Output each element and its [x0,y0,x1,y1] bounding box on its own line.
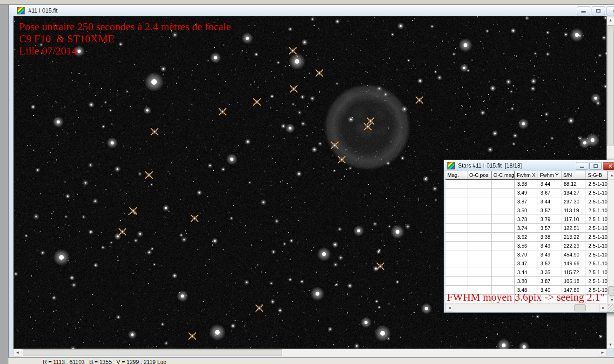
table-vertical-scroll-thumb[interactable] [608,286,614,296]
scroll-up-button[interactable]: ▲ [607,16,614,24]
table-cell-fwhm_x: 3.38 [515,180,538,189]
table-cell-fwhm_x: 3.50 [515,206,538,215]
table-cell-oc_mag [492,180,515,189]
table-cell-fwhm_y: 3.52 [538,259,561,268]
column-header-sgb[interactable]: S-G-B [586,171,608,180]
stars-minimize-button[interactable] [576,162,588,170]
table-cell-fwhm_x: 3.49 [515,189,538,197]
column-header-oc-pos[interactable]: O-C pos [467,171,492,180]
table-scroll-up-button[interactable]: ▲ [608,171,614,180]
table-cell-oc_mag [492,268,515,277]
table-cell-sn: 88.12 [561,180,586,189]
table-cell-oc_mag [492,197,515,206]
table-cell-fwhm_x: 3.74 [515,224,538,233]
star-marker [290,85,298,93]
stars-close-button[interactable]: ✕ [603,162,614,170]
table-cell-oc_pos [467,224,492,233]
table-cell-fwhm_x: 3.78 [515,215,538,224]
table-cell-mag [445,250,467,259]
fwhm-summary-text: FWHM moyen 3.6pix -> seeing 2.1" [447,291,605,303]
scroll-right-button[interactable]: ► [599,349,607,357]
table-cell-sgb: 2.5-1-10 [586,180,608,189]
star-marker [315,69,324,77]
table-cell-mag [445,215,467,224]
table-cell-sn: 237.30 [561,197,586,206]
horizontal-scroll-thumb[interactable] [23,349,282,356]
table-cell-mag [445,268,467,277]
table-cell-fwhm_y: 3.49 [538,242,561,250]
stars-window: Stars #11 I-015.fit [18/18] ✕ Mag. O-C p… [444,160,614,313]
table-cell-mag [445,180,467,189]
table-cell-fwhm_y: 3.79 [538,215,561,224]
stars-window-icon [447,162,455,169]
table-scroll-left-button[interactable]: ◄ [445,304,453,312]
table-cell-oc_pos [467,277,492,286]
table-cell-oc_pos [467,259,492,268]
table-cell-mag [445,277,467,286]
app-toolbar-strip [0,0,614,5]
scroll-left-button[interactable]: ◄ [13,349,21,357]
minimize-button[interactable] [577,7,590,15]
close-button[interactable]: ✕ [607,7,614,15]
table-cell-sn: 222.29 [561,242,586,250]
table-horizontal-scroll-thumb[interactable] [574,304,586,311]
table-cell-fwhm_y: 3.35 [538,268,561,277]
table-cell-mag [445,233,467,242]
table-cell-sgb: 2.5-1-10 [586,189,608,197]
table-cell-sgb: 2.5-1-10 [586,277,608,286]
table-cell-sn: 113.19 [561,206,586,215]
table-scroll-down-button[interactable]: ▼ [608,296,614,304]
table-cell-fwhm_y: 3.87 [538,277,561,286]
stars-window-titlebar[interactable]: Stars #11 I-015.fit [18/18] ✕ [444,160,614,171]
table-cell-fwhm_y: 3.49 [538,250,561,259]
table-cell-oc_mag [492,259,515,268]
table-cell-sgb: 2.5-1-10 [586,215,608,224]
status-levels-text: R = 1113 : 61103 B = 1355 V = 1299 : 211… [43,359,167,364]
table-cell-oc_pos [467,189,492,197]
table-cell-mag [445,242,467,250]
star-marker [118,228,127,236]
table-cell-oc_pos [467,215,492,224]
resize-grip[interactable] [608,304,614,312]
table-cell-oc_pos [467,233,492,242]
stars-window-title: Stars #11 I-015.fit [18/18] [458,162,522,169]
column-header-fwhm-y[interactable]: Fwhm Y [538,171,561,180]
image-annotation-line-3: Lille 07/2014 [19,45,231,57]
table-scroll-right-button[interactable]: ► [599,304,608,312]
column-header-mag[interactable]: Mag. [445,171,467,180]
table-cell-oc_pos [467,242,492,250]
star-marker [190,214,199,222]
star-marker [331,141,339,149]
table-cell-sgb: 2.5-1-10 [586,268,608,277]
table-cell-fwhm_x: 3.62 [515,233,538,242]
table-cell-fwhm_y: 3.44 [538,197,561,206]
stars-restore-button[interactable] [589,162,602,170]
table-cell-fwhm_y: 3.67 [538,189,561,197]
column-header-fwhm-x[interactable]: Fwhm X [515,171,538,180]
scroll-down-button[interactable]: ▼ [607,341,614,349]
column-header-sn[interactable]: S/N [561,171,586,180]
table-cell-fwhm_x: 3.87 [515,197,538,206]
restore-button[interactable] [592,7,605,15]
table-cell-oc_pos [467,180,492,189]
star-marker [145,171,153,179]
table-cell-oc_mag [492,206,515,215]
table-cell-fwhm_x: 3.70 [515,250,538,259]
table-cell-oc_pos [467,268,492,277]
table-horizontal-scrollbar[interactable]: ◄ ► [445,304,608,312]
star-marker [188,332,196,340]
table-cell-oc_pos [467,197,492,206]
table-cell-mag [445,189,467,197]
table-vertical-scrollbar[interactable]: ▼ [608,180,614,304]
minimize-icon [581,11,586,13]
image-window-titlebar[interactable]: #11 I-015.fit ✕ [9,5,614,16]
table-cell-oc_mag [492,189,515,197]
table-cell-fwhm_x: 3.80 [515,277,538,286]
table-cell-mag [445,224,467,233]
table-cell-sgb: 2.5-1-10 [586,224,608,233]
column-header-oc-mag[interactable]: O-C mag [492,171,515,180]
horizontal-scrollbar[interactable]: ◄ ► [13,349,607,357]
table-cell-sgb: 2.5-1-10 [586,233,608,242]
table-cell-mag [445,206,467,215]
vertical-scroll-thumb[interactable] [607,25,614,146]
